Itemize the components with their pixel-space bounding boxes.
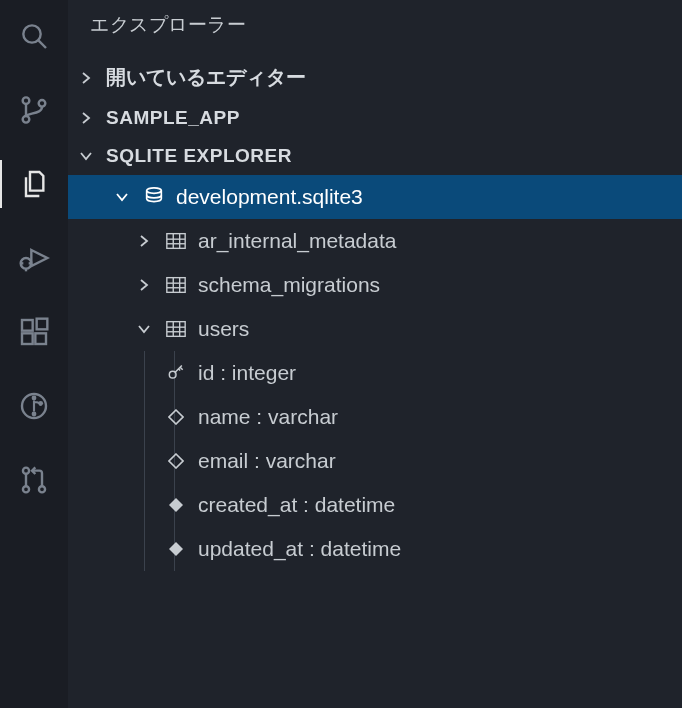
- section-workspace[interactable]: SAMPLE_APP: [68, 99, 682, 137]
- chevron-down-icon: [112, 189, 132, 205]
- database-label: development.sqlite3: [176, 185, 363, 209]
- table-label: schema_migrations: [198, 273, 380, 297]
- svg-point-0: [23, 25, 40, 42]
- explorer-panel: エクスプローラー 開いているエディター SAMPLE_APP SQLITE EX…: [68, 0, 682, 708]
- chevron-down-icon: [76, 148, 96, 164]
- svg-point-4: [39, 100, 46, 107]
- sqlite-tree: development.sqlite3 ar_internal_metadata: [68, 175, 682, 571]
- files-icon: [18, 168, 50, 200]
- section-sqlite-explorer[interactable]: SQLITE EXPLORER: [68, 137, 682, 175]
- svg-rect-11: [22, 333, 33, 344]
- column-label: email : varchar: [198, 449, 336, 473]
- table-icon: [164, 231, 188, 251]
- chevron-right-icon: [134, 233, 154, 249]
- branch-icon: [18, 94, 50, 126]
- diamond-solid-icon: [164, 497, 188, 513]
- table-node[interactable]: ar_internal_metadata: [68, 219, 682, 263]
- table-icon: [164, 275, 188, 295]
- svg-point-3: [23, 116, 30, 123]
- table-node-users[interactable]: users: [68, 307, 682, 351]
- svg-rect-12: [35, 333, 46, 344]
- chevron-right-icon: [76, 70, 96, 86]
- svg-point-22: [147, 188, 162, 194]
- activity-debug[interactable]: [10, 234, 58, 282]
- column-node[interactable]: updated_at : datetime: [68, 527, 682, 571]
- diamond-solid-icon: [164, 541, 188, 557]
- svg-rect-28: [167, 278, 185, 293]
- table-node[interactable]: schema_migrations: [68, 263, 682, 307]
- column-label: created_at : datetime: [198, 493, 395, 517]
- database-icon: [142, 186, 166, 208]
- key-icon: [164, 363, 188, 383]
- column-node[interactable]: email : varchar: [68, 439, 682, 483]
- svg-point-2: [23, 97, 30, 104]
- table-label: ar_internal_metadata: [198, 229, 396, 253]
- activity-git-graph[interactable]: [10, 382, 58, 430]
- activity-bar: [0, 0, 68, 708]
- svg-point-20: [39, 486, 45, 492]
- activity-explorer[interactable]: [10, 160, 58, 208]
- activity-source-control[interactable]: [10, 86, 58, 134]
- chevron-right-icon: [134, 277, 154, 293]
- search-icon: [18, 20, 50, 52]
- svg-point-15: [32, 396, 37, 401]
- svg-rect-33: [167, 322, 185, 337]
- section-open-editors[interactable]: 開いているエディター: [68, 56, 682, 99]
- section-label: SAMPLE_APP: [106, 107, 240, 129]
- extensions-icon: [18, 316, 50, 348]
- diamond-outline-icon: [164, 409, 188, 425]
- svg-rect-10: [22, 320, 33, 331]
- pull-request-icon: [18, 464, 50, 496]
- svg-rect-23: [167, 234, 185, 249]
- column-node[interactable]: name : varchar: [68, 395, 682, 439]
- svg-point-16: [32, 412, 37, 417]
- svg-marker-5: [31, 250, 47, 266]
- column-label: name : varchar: [198, 405, 338, 429]
- activity-search[interactable]: [10, 12, 58, 60]
- section-label: 開いているエディター: [106, 64, 306, 91]
- table-label: users: [198, 317, 249, 341]
- table-icon: [164, 319, 188, 339]
- svg-line-1: [39, 41, 46, 48]
- section-label: SQLITE EXPLORER: [106, 145, 292, 167]
- diamond-outline-icon: [164, 453, 188, 469]
- column-label: updated_at : datetime: [198, 537, 401, 561]
- column-node[interactable]: created_at : datetime: [68, 483, 682, 527]
- column-node[interactable]: id : integer: [68, 351, 682, 395]
- database-node[interactable]: development.sqlite3: [68, 175, 682, 219]
- activity-extensions[interactable]: [10, 308, 58, 356]
- chevron-down-icon: [134, 321, 154, 337]
- svg-rect-13: [37, 319, 48, 330]
- activity-pull-requests[interactable]: [10, 456, 58, 504]
- chevron-right-icon: [76, 110, 96, 126]
- svg-point-18: [23, 468, 29, 474]
- svg-point-19: [23, 486, 29, 492]
- svg-point-38: [169, 371, 176, 378]
- git-graph-icon: [18, 390, 50, 422]
- column-label: id : integer: [198, 361, 296, 385]
- panel-title: エクスプローラー: [68, 0, 682, 56]
- debug-icon: [18, 242, 50, 274]
